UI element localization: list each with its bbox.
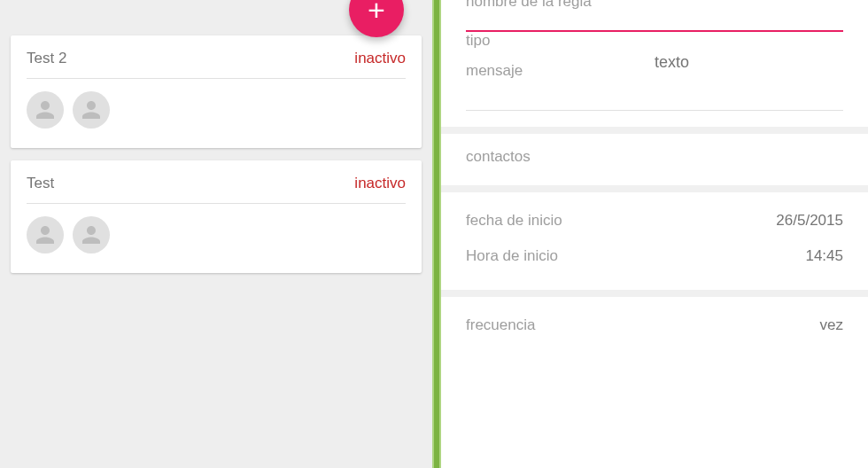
contacts-section[interactable]: contactos: [441, 134, 868, 192]
start-time-label: Hora de inicio: [466, 247, 558, 265]
avatar-icon: [73, 91, 110, 129]
rule-contacts-avatars: [27, 216, 406, 259]
start-date-value: 26/5/2015: [776, 212, 843, 230]
message-label: mensaje: [466, 62, 655, 80]
avatar-icon: [27, 216, 64, 254]
plus-icon: +: [368, 0, 385, 27]
rule-card[interactable]: Test inactivo: [11, 160, 422, 273]
datetime-section: fecha de inicio 26/5/2015 Hora de inicio…: [441, 192, 868, 297]
message-input[interactable]: [466, 110, 843, 111]
rule-contacts-avatars: [27, 91, 406, 134]
rule-card[interactable]: Test 2 inactivo: [11, 35, 422, 148]
frequency-label: frecuencia: [466, 316, 535, 334]
start-time-value: 14:45: [805, 247, 843, 265]
avatar-icon: [27, 91, 64, 129]
start-time-row[interactable]: Hora de inicio 14:45: [466, 238, 843, 274]
name-type-section: nombre de la regla tipo mensaje texto: [441, 0, 868, 134]
type-label: tipo: [466, 32, 655, 50]
panel-divider: [432, 0, 441, 468]
contacts-label: contactos: [466, 148, 531, 166]
rules-list-panel: + Test 2 inactivo Test inactivo: [0, 0, 432, 468]
add-rule-fab[interactable]: +: [349, 0, 404, 37]
rule-card-header: Test inactivo: [27, 175, 406, 204]
rule-name-label: nombre de la regla: [466, 0, 843, 11]
rule-status: inactivo: [354, 50, 406, 67]
rule-status: inactivo: [354, 175, 406, 192]
avatar-icon: [73, 216, 110, 254]
frequency-section[interactable]: frecuencia vez: [441, 297, 868, 359]
start-date-label: fecha de inicio: [466, 212, 562, 230]
rule-title: Test: [27, 175, 54, 192]
rule-form-panel: nombre de la regla tipo mensaje texto co…: [441, 0, 868, 468]
type-value[interactable]: texto: [655, 39, 843, 72]
start-date-row[interactable]: fecha de inicio 26/5/2015: [466, 203, 843, 238]
rule-card-header: Test 2 inactivo: [27, 50, 406, 79]
frequency-value: vez: [820, 316, 843, 334]
rule-title: Test 2: [27, 50, 66, 67]
